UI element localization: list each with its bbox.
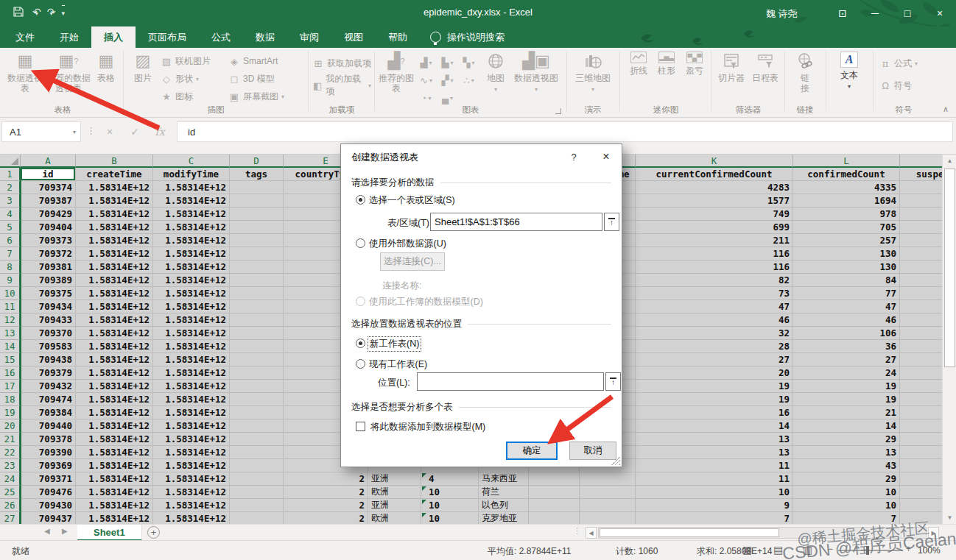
page-layout-view-icon[interactable]: ▤ [773, 544, 783, 556]
name-box-dropdown-icon[interactable]: ▾ [73, 129, 76, 135]
cell-G25[interactable]: 10 [421, 486, 479, 499]
add-to-data-model-label[interactable]: 将此数据添加到数据模型(M) [370, 421, 485, 433]
cell-C25[interactable]: 1.58314E+12 [153, 486, 230, 499]
cell-F24[interactable]: 亚洲 [368, 472, 421, 486]
cell-M8[interactable] [900, 260, 942, 274]
range-picker-icon[interactable]: ↑ [604, 213, 619, 231]
cell-D23[interactable] [230, 459, 284, 472]
cell-C8[interactable]: 1.58314E+12 [153, 260, 230, 274]
row-header-24[interactable]: 24 [0, 472, 21, 486]
sparkline-line-button[interactable]: 折线 [625, 48, 653, 76]
row-header-19[interactable]: 19 [0, 406, 21, 419]
cell-L6[interactable]: 257 [793, 234, 900, 247]
cell-C27[interactable]: 1.58314E+12 [153, 512, 230, 524]
cell-A2[interactable]: 709374 [21, 181, 76, 194]
cell-M10[interactable] [900, 287, 942, 300]
cell-A5[interactable]: 709404 [21, 221, 76, 234]
cell-M7[interactable] [900, 247, 942, 260]
row-header-1[interactable]: 1 [0, 168, 21, 181]
cell-E26[interactable]: 2 [284, 499, 368, 512]
cell-A11[interactable]: 709434 [21, 300, 76, 313]
row-header-26[interactable]: 26 [0, 499, 21, 512]
timeline-button[interactable]: 日程表 [748, 48, 782, 83]
cell-F26[interactable]: 亚洲 [368, 499, 421, 512]
cell-B16[interactable]: 1.58314E+12 [76, 366, 153, 380]
dialog-help-icon[interactable]: ? [562, 147, 586, 166]
cell-K3[interactable]: 1577 [636, 194, 793, 208]
equation-button[interactable]: π公式▾ [878, 55, 932, 71]
cell-K13[interactable]: 32 [636, 327, 793, 340]
cell-B4[interactable]: 1.58314E+12 [76, 208, 153, 221]
cell-C12[interactable]: 1.58314E+12 [153, 313, 230, 327]
normal-view-icon[interactable]: ▦ [742, 544, 752, 556]
cell-L24[interactable]: 29 [793, 472, 900, 486]
cell-M1[interactable]: suspectedCount [900, 168, 942, 181]
cell-A7[interactable]: 709372 [21, 247, 76, 260]
cell-C7[interactable]: 1.58314E+12 [153, 247, 230, 260]
cell-K2[interactable]: 4283 [636, 181, 793, 194]
cell-B2[interactable]: 1.58314E+12 [76, 181, 153, 194]
cell-B6[interactable]: 1.58314E+12 [76, 234, 153, 247]
cell-B14[interactable]: 1.58314E+12 [76, 340, 153, 353]
cell-I24[interactable] [529, 472, 580, 486]
cell-C18[interactable]: 1.58314E+12 [153, 393, 230, 406]
cell-H27[interactable]: 克罗地亚 [479, 512, 529, 524]
cell-M6[interactable] [900, 234, 942, 247]
cell-L23[interactable]: 43 [793, 459, 900, 472]
horizontal-scroll-track[interactable] [598, 527, 927, 539]
cell-L7[interactable]: 130 [793, 247, 900, 260]
pivottable-button[interactable]: ▦ 数据透视表 [4, 48, 46, 94]
cell-L26[interactable]: 10 [793, 499, 900, 512]
cell-D13[interactable] [230, 327, 284, 340]
cell-M24[interactable] [900, 472, 942, 486]
col-header-M[interactable]: M [900, 155, 942, 168]
line-chart-button[interactable]: ∿▾ [415, 71, 437, 89]
cell-C17[interactable]: 1.58314E+12 [153, 380, 230, 393]
cell-C26[interactable]: 1.58314E+12 [153, 499, 230, 512]
cell-C23[interactable]: 1.58314E+12 [153, 459, 230, 472]
col-header-D[interactable]: D [230, 155, 284, 168]
cell-I26[interactable] [529, 499, 580, 512]
cell-B24[interactable]: 1.58314E+12 [76, 472, 153, 486]
cell-D11[interactable] [230, 300, 284, 313]
cell-L15[interactable]: 27 [793, 353, 900, 366]
cell-M23[interactable] [900, 459, 942, 472]
cell-K18[interactable]: 19 [636, 393, 793, 406]
cell-D27[interactable] [230, 512, 284, 524]
scroll-down-icon[interactable]: ▼ [943, 511, 956, 524]
cell-C13[interactable]: 1.58314E+12 [153, 327, 230, 340]
cell-C14[interactable]: 1.58314E+12 [153, 340, 230, 353]
cell-A14[interactable]: 709583 [21, 340, 76, 353]
sparkline-column-button[interactable]: ▂▅▃ 柱形 [653, 48, 681, 76]
cancel-button[interactable]: 取消 [569, 442, 616, 460]
cell-A24[interactable]: 709371 [21, 472, 76, 486]
cell-M18[interactable] [900, 393, 942, 406]
cell-K7[interactable]: 116 [636, 247, 793, 260]
cell-M17[interactable] [900, 380, 942, 393]
tab-view[interactable]: 视图 [331, 26, 376, 48]
cell-A17[interactable]: 709432 [21, 380, 76, 393]
cell-D10[interactable] [230, 287, 284, 300]
cell-B22[interactable]: 1.58314E+12 [76, 446, 153, 459]
row-header-23[interactable]: 23 [0, 459, 21, 472]
cell-B5[interactable]: 1.58314E+12 [76, 221, 153, 234]
ribbon-display-options-icon[interactable]: ⊡ [826, 0, 859, 26]
cell-A18[interactable]: 709474 [21, 393, 76, 406]
row-header-21[interactable]: 21 [0, 433, 21, 446]
cell-D26[interactable] [230, 499, 284, 512]
cell-A8[interactable]: 709381 [21, 260, 76, 274]
cell-C20[interactable]: 1.58314E+12 [153, 419, 230, 433]
vertical-scrollbar[interactable]: ▲ ▼ [942, 155, 956, 524]
cell-D19[interactable] [230, 406, 284, 419]
maps-button[interactable]: 地图▾ [479, 48, 512, 94]
cell-A9[interactable]: 709389 [21, 274, 76, 287]
cell-A1[interactable]: id [21, 168, 76, 181]
tab-data[interactable]: 数据 [243, 26, 287, 48]
cell-K6[interactable]: 211 [636, 234, 793, 247]
cell-D7[interactable] [230, 247, 284, 260]
add-to-data-model-checkbox[interactable] [356, 422, 365, 431]
cell-B19[interactable]: 1.58314E+12 [76, 406, 153, 419]
cell-L4[interactable]: 978 [793, 208, 900, 221]
cell-L22[interactable]: 13 [793, 446, 900, 459]
online-pictures-button[interactable]: ▨联机图片 [159, 53, 227, 69]
